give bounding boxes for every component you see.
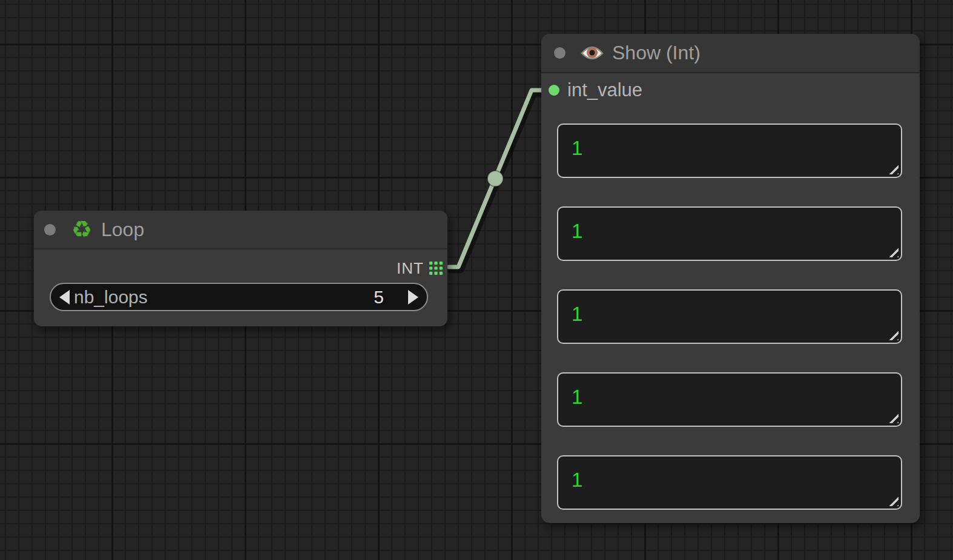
link-midpoint-dot[interactable] (487, 171, 503, 186)
value-textarea-wrap: 1 (557, 372, 902, 427)
value-textarea-wrap: 1 (557, 124, 902, 178)
collapse-dot[interactable] (554, 47, 566, 59)
input-port-dot[interactable] (549, 85, 559, 96)
increment-arrow-icon[interactable] (408, 290, 418, 305)
node-canvas[interactable]: { "loop_node": { "title": "Loop", "outpu… (0, 0, 953, 560)
nb-loops-widget[interactable]: nb_loops 5 (50, 283, 428, 311)
value-textarea-wrap: 1 (557, 206, 902, 261)
input-slot-label: int_value (567, 79, 642, 101)
widget-label: nb_loops (74, 287, 148, 308)
collapse-dot[interactable] (44, 224, 56, 236)
output-slot-int[interactable]: INT (397, 259, 443, 277)
output-slot-label: INT (397, 259, 424, 278)
input-slot-int-value[interactable]: int_value (541, 81, 642, 99)
node-title: Loop (101, 219, 144, 241)
value-textarea[interactable]: 1 (557, 455, 902, 510)
recycle-icon: ♻ (70, 218, 94, 241)
node-title: Show (Int) (612, 42, 701, 64)
value-textarea-wrap: 1 (557, 455, 902, 510)
value-textarea[interactable]: 1 (557, 124, 902, 178)
loop-node[interactable]: ♻ Loop INT nb_loops 5 (34, 211, 447, 326)
widget-value[interactable]: 5 (374, 287, 384, 308)
show-node-header[interactable]: Show (Int) (541, 34, 920, 73)
eye-icon (581, 44, 604, 62)
value-textarea[interactable]: 1 (557, 206, 902, 261)
value-textarea[interactable]: 1 (557, 289, 902, 344)
decrement-arrow-icon[interactable] (59, 290, 70, 305)
loop-node-header[interactable]: ♻ Loop (34, 211, 447, 249)
show-int-node[interactable]: Show (Int) int_value 1 1 1 1 1 (541, 34, 920, 523)
value-textarea-wrap: 1 (557, 289, 902, 344)
value-textarea[interactable]: 1 (557, 372, 902, 427)
grid-output-icon[interactable] (429, 262, 443, 275)
